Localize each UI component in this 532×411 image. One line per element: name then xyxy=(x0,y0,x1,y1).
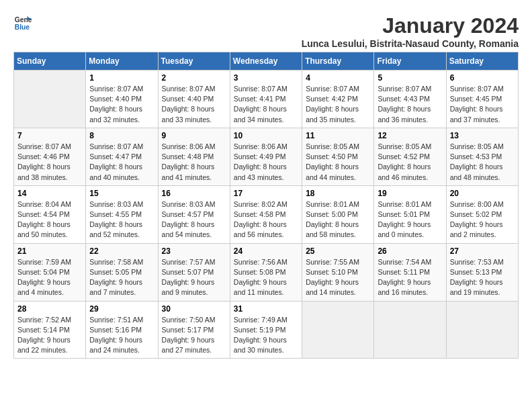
calendar-cell xyxy=(14,71,86,128)
day-info: Sunrise: 8:01 AM Sunset: 5:00 PM Dayligh… xyxy=(306,199,370,240)
calendar-cell: 10Sunrise: 8:06 AM Sunset: 4:49 PM Dayli… xyxy=(230,128,302,185)
calendar-cell: 29Sunrise: 7:51 AM Sunset: 5:16 PM Dayli… xyxy=(86,301,158,359)
week-row-1: 1Sunrise: 8:07 AM Sunset: 4:40 PM Daylig… xyxy=(14,71,519,128)
week-row-2: 7Sunrise: 8:07 AM Sunset: 4:46 PM Daylig… xyxy=(14,128,519,185)
day-info: Sunrise: 8:05 AM Sunset: 4:52 PM Dayligh… xyxy=(378,142,442,183)
day-number: 17 xyxy=(234,189,298,198)
col-header-sunday: Sunday xyxy=(14,52,86,71)
day-number: 6 xyxy=(450,73,515,83)
week-row-3: 14Sunrise: 8:04 AM Sunset: 4:54 PM Dayli… xyxy=(14,185,519,243)
day-info: Sunrise: 8:07 AM Sunset: 4:45 PM Dayligh… xyxy=(450,84,515,125)
day-number: 24 xyxy=(234,246,298,256)
day-info: Sunrise: 8:07 AM Sunset: 4:46 PM Dayligh… xyxy=(17,142,82,183)
day-number: 31 xyxy=(234,304,298,314)
day-number: 23 xyxy=(162,246,226,256)
day-info: Sunrise: 7:59 AM Sunset: 5:04 PM Dayligh… xyxy=(17,257,82,298)
day-number: 12 xyxy=(378,131,442,140)
day-number: 21 xyxy=(17,246,82,256)
calendar-cell: 14Sunrise: 8:04 AM Sunset: 4:54 PM Dayli… xyxy=(14,185,86,243)
day-info: Sunrise: 8:05 AM Sunset: 4:50 PM Dayligh… xyxy=(306,142,370,183)
day-number: 14 xyxy=(17,189,82,198)
calendar-table: SundayMondayTuesdayWednesdayThursdayFrid… xyxy=(13,52,519,359)
day-info: Sunrise: 7:55 AM Sunset: 5:10 PM Dayligh… xyxy=(306,257,370,298)
col-header-friday: Friday xyxy=(374,52,446,71)
day-info: Sunrise: 8:02 AM Sunset: 4:58 PM Dayligh… xyxy=(234,199,298,240)
calendar-cell: 30Sunrise: 7:50 AM Sunset: 5:17 PM Dayli… xyxy=(158,301,230,359)
calendar-cell: 17Sunrise: 8:02 AM Sunset: 4:58 PM Dayli… xyxy=(230,185,302,243)
calendar-cell: 18Sunrise: 8:01 AM Sunset: 5:00 PM Dayli… xyxy=(302,185,374,243)
logo: General Blue xyxy=(13,13,32,32)
day-number: 16 xyxy=(162,189,226,198)
day-info: Sunrise: 7:50 AM Sunset: 5:17 PM Dayligh… xyxy=(162,315,226,356)
day-number: 7 xyxy=(17,131,82,140)
day-info: Sunrise: 8:07 AM Sunset: 4:41 PM Dayligh… xyxy=(234,84,298,125)
calendar-cell xyxy=(446,301,518,359)
calendar-cell: 6Sunrise: 8:07 AM Sunset: 4:45 PM Daylig… xyxy=(446,71,518,128)
calendar-cell: 5Sunrise: 8:07 AM Sunset: 4:43 PM Daylig… xyxy=(374,71,446,128)
calendar-cell: 25Sunrise: 7:55 AM Sunset: 5:10 PM Dayli… xyxy=(302,243,374,301)
day-info: Sunrise: 7:52 AM Sunset: 5:14 PM Dayligh… xyxy=(17,315,82,356)
day-info: Sunrise: 7:57 AM Sunset: 5:07 PM Dayligh… xyxy=(162,257,226,298)
calendar-cell: 1Sunrise: 8:07 AM Sunset: 4:40 PM Daylig… xyxy=(86,71,158,128)
calendar-header-row: SundayMondayTuesdayWednesdayThursdayFrid… xyxy=(14,52,519,71)
calendar-cell: 20Sunrise: 8:00 AM Sunset: 5:02 PM Dayli… xyxy=(446,185,518,243)
page-subtitle: Lunca Lesului, Bistrita-Nasaud County, R… xyxy=(302,38,519,49)
calendar-cell: 2Sunrise: 8:07 AM Sunset: 4:40 PM Daylig… xyxy=(158,71,230,128)
day-info: Sunrise: 8:04 AM Sunset: 4:54 PM Dayligh… xyxy=(17,199,82,240)
calendar-cell: 11Sunrise: 8:05 AM Sunset: 4:50 PM Dayli… xyxy=(302,128,374,185)
day-info: Sunrise: 7:53 AM Sunset: 5:13 PM Dayligh… xyxy=(450,257,515,298)
col-header-monday: Monday xyxy=(86,52,158,71)
calendar-cell: 4Sunrise: 8:07 AM Sunset: 4:42 PM Daylig… xyxy=(302,71,374,128)
calendar-cell: 13Sunrise: 8:05 AM Sunset: 4:53 PM Dayli… xyxy=(446,128,518,185)
day-info: Sunrise: 8:01 AM Sunset: 5:01 PM Dayligh… xyxy=(378,199,442,240)
day-number: 19 xyxy=(378,189,442,198)
logo-icon: General Blue xyxy=(13,13,32,32)
calendar-cell: 19Sunrise: 8:01 AM Sunset: 5:01 PM Dayli… xyxy=(374,185,446,243)
day-info: Sunrise: 7:58 AM Sunset: 5:05 PM Dayligh… xyxy=(89,257,154,298)
day-info: Sunrise: 8:03 AM Sunset: 4:57 PM Dayligh… xyxy=(162,199,226,240)
day-info: Sunrise: 7:56 AM Sunset: 5:08 PM Dayligh… xyxy=(234,257,298,298)
calendar-cell: 23Sunrise: 7:57 AM Sunset: 5:07 PM Dayli… xyxy=(158,243,230,301)
calendar-cell xyxy=(374,301,446,359)
day-number: 8 xyxy=(89,131,154,140)
day-number: 25 xyxy=(306,246,370,256)
svg-text:General: General xyxy=(15,16,32,24)
title-area: January 2024 Lunca Lesului, Bistrita-Nas… xyxy=(302,13,519,49)
day-info: Sunrise: 8:06 AM Sunset: 4:49 PM Dayligh… xyxy=(234,142,298,183)
calendar-cell: 26Sunrise: 7:54 AM Sunset: 5:11 PM Dayli… xyxy=(374,243,446,301)
day-number: 10 xyxy=(234,131,298,140)
day-number: 18 xyxy=(306,189,370,198)
day-number: 9 xyxy=(162,131,226,140)
day-number: 1 xyxy=(89,73,154,83)
day-info: Sunrise: 7:49 AM Sunset: 5:19 PM Dayligh… xyxy=(234,315,298,356)
day-info: Sunrise: 8:06 AM Sunset: 4:48 PM Dayligh… xyxy=(162,142,226,183)
calendar-cell: 28Sunrise: 7:52 AM Sunset: 5:14 PM Dayli… xyxy=(14,301,86,359)
day-number: 3 xyxy=(234,73,298,83)
calendar-cell: 9Sunrise: 8:06 AM Sunset: 4:48 PM Daylig… xyxy=(158,128,230,185)
day-number: 4 xyxy=(306,73,370,83)
col-header-wednesday: Wednesday xyxy=(230,52,302,71)
week-row-4: 21Sunrise: 7:59 AM Sunset: 5:04 PM Dayli… xyxy=(14,243,519,301)
day-number: 27 xyxy=(450,246,515,256)
col-header-tuesday: Tuesday xyxy=(158,52,230,71)
svg-text:Blue: Blue xyxy=(15,24,30,31)
day-info: Sunrise: 8:07 AM Sunset: 4:42 PM Dayligh… xyxy=(306,84,370,125)
col-header-thursday: Thursday xyxy=(302,52,374,71)
calendar-cell xyxy=(302,301,374,359)
day-number: 20 xyxy=(450,189,515,198)
day-info: Sunrise: 8:07 AM Sunset: 4:40 PM Dayligh… xyxy=(89,84,154,125)
week-row-5: 28Sunrise: 7:52 AM Sunset: 5:14 PM Dayli… xyxy=(14,301,519,359)
page-header: General Blue January 2024 Lunca Lesului,… xyxy=(13,13,519,49)
day-info: Sunrise: 7:54 AM Sunset: 5:11 PM Dayligh… xyxy=(378,257,442,298)
col-header-saturday: Saturday xyxy=(446,52,518,71)
day-number: 22 xyxy=(89,246,154,256)
calendar-cell: 15Sunrise: 8:03 AM Sunset: 4:55 PM Dayli… xyxy=(86,185,158,243)
day-info: Sunrise: 8:07 AM Sunset: 4:40 PM Dayligh… xyxy=(162,84,226,125)
calendar-cell: 27Sunrise: 7:53 AM Sunset: 5:13 PM Dayli… xyxy=(446,243,518,301)
day-number: 11 xyxy=(306,131,370,140)
day-number: 29 xyxy=(89,304,154,314)
day-number: 28 xyxy=(17,304,82,314)
day-info: Sunrise: 7:51 AM Sunset: 5:16 PM Dayligh… xyxy=(89,315,154,356)
calendar-cell: 8Sunrise: 8:07 AM Sunset: 4:47 PM Daylig… xyxy=(86,128,158,185)
page-title: January 2024 xyxy=(302,13,519,38)
